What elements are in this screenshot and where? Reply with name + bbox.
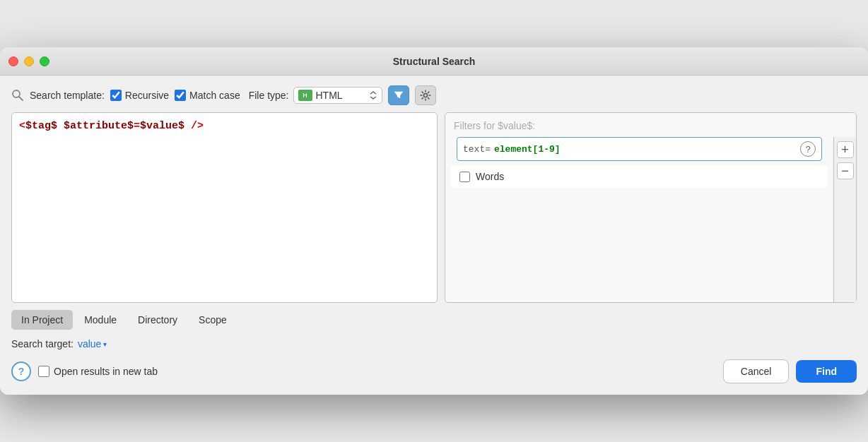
gear-icon [420,90,431,101]
filter-input-row[interactable]: text= ? [457,137,822,161]
match-case-label: Match case [189,90,240,101]
scope-tab-module[interactable]: Module [74,310,127,330]
search-target-row: Search target: value ▾ [11,338,857,350]
search-target-dropdown[interactable]: value ▾ [78,338,107,350]
template-code: <$tag$ $attribute$=$value$ /> [19,120,430,132]
filter-icon [394,90,404,100]
right-panel-main: text= ? Words [445,137,833,302]
words-checkbox[interactable] [459,172,470,182]
attribute-variable: $attribute$ [64,120,134,132]
left-panel[interactable]: <$tag$ $attribute$=$value$ /> [11,112,438,303]
words-label: Words [476,171,504,182]
filters-header: Filters for $value$: [445,113,856,137]
find-button[interactable]: Find [796,360,857,383]
svg-point-2 [423,94,427,97]
title-bar: Structural Search [0,47,868,76]
scope-tab-directory[interactable]: Directory [128,310,187,330]
filter-key: text= [463,144,491,155]
add-filter-button[interactable]: + [837,141,854,158]
file-type-select-wrap[interactable]: H HTML CSS JavaScript XML [293,87,382,104]
recursive-checkbox[interactable] [110,90,122,101]
svg-line-1 [19,97,23,100]
file-type-label: File type: [249,90,289,101]
cancel-button[interactable]: Cancel [723,359,790,383]
html-icon: H [298,90,312,101]
filter-help-button[interactable]: ? [800,141,816,157]
value-variable: $value$ [140,120,184,132]
open-results-label: Open results in new tab [54,366,158,377]
remove-filter-button[interactable]: − [837,162,854,179]
open-bracket: < [19,120,25,132]
bottom-row: ? Open results in new tab Cancel Find [11,359,857,383]
open-results-group: Open results in new tab [38,366,158,377]
minimize-button[interactable] [24,56,34,66]
close-button[interactable] [8,56,18,66]
filter-button[interactable] [388,85,409,105]
open-results-checkbox[interactable] [38,366,49,377]
scope-tab-scope[interactable]: Scope [189,310,237,330]
search-icon [11,89,24,102]
content-area: Search template: Recursive Match case Fi… [0,76,868,395]
traffic-lights [8,56,49,66]
toolbar: Search template: Recursive Match case Fi… [11,85,857,105]
spinner-icon [369,91,377,100]
settings-button[interactable] [415,85,436,105]
close-bracket: /> [184,120,204,132]
match-case-checkbox-group: Match case [175,90,240,101]
search-target-value: value [78,338,101,350]
tag-variable: $tag$ [25,120,57,132]
filter-value-input[interactable] [494,144,794,155]
match-case-checkbox[interactable] [175,90,186,101]
recursive-checkbox-group: Recursive [110,90,169,101]
right-panel-body: text= ? Words + [445,137,856,302]
scope-tab-in-project[interactable]: In Project [11,310,73,330]
right-panel-sidebar: + − [833,137,856,302]
window: Structural Search Search template: Recur… [0,47,868,395]
right-panel: Filters for $value$: text= ? [445,112,857,303]
scope-tabs: In Project Module Directory Scope [11,310,857,330]
recursive-label: Recursive [125,90,169,101]
search-target-label: Search target: [11,338,74,350]
bottom-right: Cancel Find [723,359,857,383]
search-template-label: Search template: [30,90,105,101]
bottom-left: ? Open results in new tab [11,362,158,381]
file-type-group: File type: H HTML CSS JavaScript XML [249,87,382,104]
panels: <$tag$ $attribute$=$value$ /> Filters fo… [11,112,857,303]
words-row: Words [451,165,828,188]
maximize-button[interactable] [40,56,49,66]
help-button[interactable]: ? [11,362,31,381]
dropdown-arrow-icon: ▾ [103,340,107,348]
file-type-select[interactable]: HTML CSS JavaScript XML [316,90,365,101]
window-title: Structural Search [393,56,476,67]
